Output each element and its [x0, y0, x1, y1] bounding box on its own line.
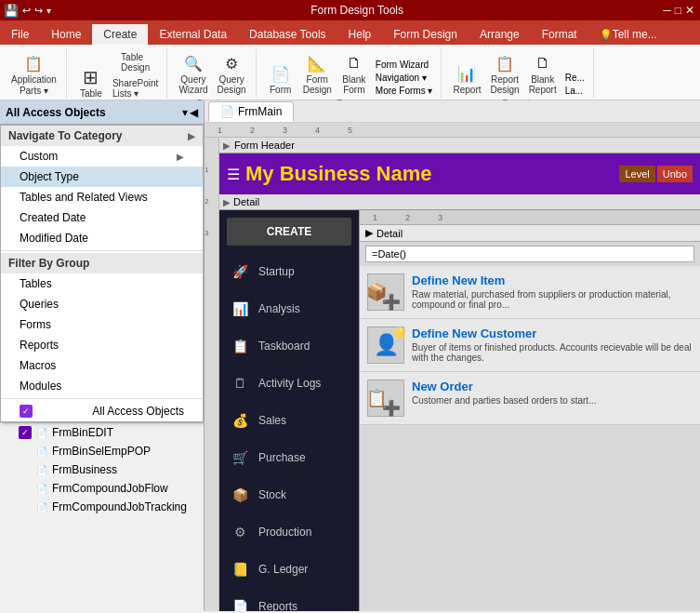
- application-parts-icon: 📋: [22, 52, 45, 74]
- hamburger-menu-icon[interactable]: ☰: [227, 166, 240, 183]
- form-design-button[interactable]: 📐 FormDesign: [299, 50, 336, 97]
- query-wizard-icon: 🔍: [182, 52, 205, 74]
- frm-business-item[interactable]: 📄 FrmBusiness: [0, 460, 204, 479]
- menu-analysis[interactable]: 📊 Analysis: [219, 290, 359, 327]
- filter-by-group-header: Filter By Group: [1, 253, 203, 273]
- queries-filter-item[interactable]: Queries: [1, 294, 203, 314]
- frm-compound-job-tracking-item[interactable]: 📄 FrmCompoundJobTracking: [0, 498, 204, 516]
- save-icon[interactable]: 💾: [4, 4, 19, 18]
- blank-report-button[interactable]: 🗋 BlankReport: [525, 50, 561, 97]
- minimize-icon[interactable]: ─: [663, 4, 671, 17]
- form-item-icon-2: 📄: [35, 445, 48, 458]
- ribbon-group-queries: 🔍 QueryWizard ⚙ QueryDesign Queries: [169, 48, 256, 98]
- activity-logs-icon: 🗒: [229, 372, 251, 394]
- created-date-item[interactable]: Created Date: [1, 207, 203, 228]
- tables-related-views-item[interactable]: Tables and Related Views: [1, 187, 203, 207]
- navigation-button[interactable]: Navigation ▾: [373, 72, 436, 84]
- define-new-customer-card[interactable]: 👤 ⭐ Define New Customer Buyer of items o…: [360, 319, 700, 372]
- tab-file[interactable]: File: [0, 24, 40, 45]
- reports-filter-item[interactable]: Reports: [1, 335, 203, 355]
- menu-startup[interactable]: 🚀 Startup: [219, 253, 359, 290]
- application-parts-button[interactable]: 📋 ApplicationParts ▾: [7, 50, 60, 99]
- labels-button[interactable]: La...: [562, 85, 588, 97]
- query-design-button[interactable]: ⚙ QueryDesign: [214, 50, 250, 97]
- tab-create[interactable]: Create: [92, 24, 148, 45]
- blank-form-button[interactable]: 🗋 BlankForm: [337, 50, 371, 97]
- query-wizard-button[interactable]: 🔍 QueryWizard: [175, 50, 211, 97]
- new-order-text: New Order Customer and parties based ord…: [412, 380, 596, 406]
- tab-help[interactable]: Help: [337, 24, 383, 45]
- menu-purchase[interactable]: 🛒 Purchase: [219, 439, 359, 476]
- report-design-icon: 📋: [494, 52, 516, 74]
- vertical-ruler: 1 2 3: [205, 138, 219, 611]
- taskboard-label: Taskboard: [258, 340, 310, 353]
- ribbon-content: 📋 ApplicationParts ▾ Templates ⊞ Table T…: [0, 45, 700, 100]
- sales-label: Sales: [258, 414, 286, 427]
- define-new-customer-title: Define New Customer: [412, 326, 693, 340]
- menu-production[interactable]: ⚙ Production: [219, 513, 359, 551]
- define-new-item-card[interactable]: 📦 ➕ Define New Item Raw material, purcha…: [360, 266, 700, 319]
- all-access-objects-item[interactable]: ✓ All Access Objects: [1, 401, 203, 421]
- report-design-button[interactable]: 📋 ReportDesign: [487, 50, 523, 97]
- menu-sales[interactable]: 💰 Sales: [219, 402, 359, 439]
- form-detail-section-header: ▶ Detail: [219, 194, 700, 210]
- frm-bin-sel-emp-pop-item[interactable]: 📄 FrmBinSelEmpPOP: [0, 442, 204, 460]
- tab-database-tools[interactable]: Database Tools: [238, 24, 337, 45]
- custom-item[interactable]: Custom ▶: [1, 146, 203, 167]
- tab-form-design[interactable]: Form Design: [382, 24, 469, 45]
- menu-activity-logs[interactable]: 🗒 Activity Logs: [219, 365, 359, 402]
- new-order-card[interactable]: 📋 ➕ New Order Customer and parties based…: [360, 372, 700, 425]
- define-new-item-title: Define New Item: [412, 273, 693, 287]
- detail-section-arrow: ▶: [223, 197, 231, 207]
- table-icon: ⊞: [80, 66, 102, 88]
- purchase-label: Purchase: [258, 451, 306, 464]
- menu-taskboard[interactable]: 📋 Taskboard: [219, 327, 359, 365]
- menu-reports[interactable]: 📄 Reports: [219, 588, 359, 611]
- detail-header-section: ▶ Detail: [360, 225, 700, 242]
- form-wizard-button[interactable]: Form Wizard: [373, 59, 436, 71]
- main-area: All Access Objects ▾ ◀ Navigate To Categ…: [0, 100, 700, 611]
- tab-tell-me[interactable]: 💡 Tell me...: [588, 24, 668, 45]
- close-icon[interactable]: ✕: [685, 4, 694, 17]
- forms-filter-item[interactable]: Forms: [1, 314, 203, 335]
- business-name-label: My Business Name: [245, 162, 432, 186]
- menu-g-ledger[interactable]: 📒 G. Ledger: [219, 551, 359, 588]
- tab-bar: 📄 FrmMain: [205, 100, 700, 123]
- level-button[interactable]: Level: [619, 166, 654, 182]
- quick-access-toolbar[interactable]: 💾 ↩ ↪ ▾: [0, 4, 51, 18]
- menu-stock[interactable]: 📦 Stock: [219, 476, 359, 513]
- table-button[interactable]: ⊞ Table: [74, 64, 108, 100]
- undo-icon[interactable]: ↩: [22, 5, 31, 17]
- tab-format[interactable]: Format: [531, 24, 588, 45]
- table-design-button[interactable]: TableDesign: [110, 50, 161, 74]
- form-button[interactable]: 📄 Form: [264, 60, 297, 97]
- more-forms-button[interactable]: More Forms ▾: [373, 85, 436, 97]
- nav-collapse-button[interactable]: ◀: [190, 106, 198, 119]
- tab-arrange[interactable]: Arrange: [469, 24, 531, 45]
- tab-home[interactable]: Home: [40, 24, 92, 45]
- frm-compound-job-flow-item[interactable]: 📄 FrmCompoundJobFlow: [0, 479, 204, 498]
- report-wizard-button[interactable]: Re...: [562, 72, 588, 84]
- separator-1: [1, 250, 203, 251]
- tab-external-data[interactable]: External Data: [148, 24, 238, 45]
- redo-icon[interactable]: ↪: [34, 5, 43, 17]
- frm-bin-edit-item[interactable]: ✓ 📄 FrmBinEDIT: [0, 423, 204, 442]
- sharepoint-lists-button[interactable]: SharePointLists ▾: [110, 76, 161, 100]
- define-new-customer-desc: Buyer of items or finished products. Acc…: [412, 342, 693, 363]
- macros-filter-item[interactable]: Macros: [1, 355, 203, 376]
- unbo-button[interactable]: Unbo: [657, 166, 693, 182]
- object-type-item[interactable]: Object Type: [1, 167, 203, 187]
- maximize-icon[interactable]: □: [675, 4, 681, 17]
- tables-filter-item[interactable]: Tables: [1, 273, 203, 294]
- frm-main-tab[interactable]: 📄 FrmMain: [208, 101, 294, 122]
- form-design-area: 📄 FrmMain 1 2 3 4 5 1 2 3 ▶: [205, 100, 700, 611]
- modules-filter-item[interactable]: Modules: [1, 376, 203, 396]
- modified-date-item[interactable]: Modified Date: [1, 228, 203, 248]
- all-access-check: ✓: [20, 405, 33, 418]
- nav-dropdown-arrow[interactable]: ▾: [182, 106, 188, 119]
- date-field[interactable]: =Date(): [365, 246, 694, 262]
- nav-list-section: ✓ 📄 FrmBinEDIT 📄 FrmBinSelEmpPOP 📄 FrmBu…: [0, 422, 204, 611]
- report-button[interactable]: 📊 Report: [449, 60, 484, 97]
- nav-pane-header[interactable]: All Access Objects ▾ ◀: [0, 100, 204, 125]
- create-button[interactable]: CREATE: [227, 218, 351, 246]
